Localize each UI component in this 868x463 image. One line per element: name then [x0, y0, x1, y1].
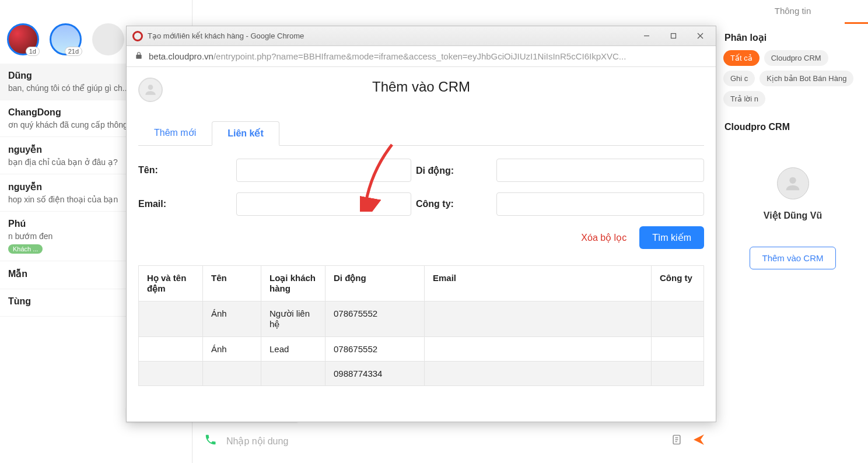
label-mobile: Di động:: [416, 165, 492, 176]
input-company[interactable]: [496, 192, 704, 216]
table-row[interactable]: Ánh Người liên hệ 078675552: [139, 301, 704, 337]
tag-item[interactable]: Trả lời n: [723, 91, 765, 107]
filter-form: Tên: Di động: Email: Công ty:: [138, 159, 704, 216]
app-icon: [132, 31, 143, 41]
story-badge: 1d: [26, 47, 40, 56]
label-name: Tên:: [138, 165, 232, 176]
tag-list: Tất cả Cloudpro CRM Ghi c Kịch bản Bot B…: [722, 50, 863, 107]
message-input[interactable]: Nhập nội dung: [226, 431, 662, 451]
add-to-crm-button[interactable]: Thêm vào CRM: [750, 247, 835, 269]
col-company: Công ty: [652, 266, 704, 301]
story-2[interactable]: 21d: [50, 23, 82, 55]
avatar-icon: [777, 167, 809, 199]
profile-block: Việt Dũng Vũ Thêm vào CRM: [722, 167, 863, 269]
clear-filter-link[interactable]: Xóa bộ lọc: [581, 232, 626, 243]
input-email[interactable]: [236, 192, 411, 216]
svg-point-9: [148, 85, 153, 90]
col-firstname: Tên: [203, 266, 261, 301]
story-badge: 21d: [65, 47, 82, 56]
tag-item[interactable]: Cloudpro CRM: [764, 50, 828, 66]
tab-new[interactable]: Thêm mới: [138, 121, 212, 145]
tab-bar: Thêm mới Liên kết: [138, 121, 704, 146]
table-header-row: Họ và tên đệm Tên Loại khách hàng Di độn…: [139, 266, 704, 301]
tab-link[interactable]: Liên kết: [212, 121, 279, 146]
address-bar[interactable]: beta.cloudpro.vn/entrypoint.php?name=BBH…: [127, 46, 716, 67]
window-title: Tạo mới/liên kết khách hàng - Google Chr…: [148, 31, 633, 40]
composer: Nhập nội dung: [204, 431, 706, 451]
col-type: Loại khách hàng: [261, 266, 326, 301]
tag-item[interactable]: Kịch bản Bot Bán Hàng: [760, 71, 853, 86]
contact-avatar-icon: [138, 78, 163, 102]
lock-icon: [135, 51, 143, 61]
svg-rect-6: [671, 34, 676, 38]
profile-name: Việt Dũng Vũ: [722, 210, 863, 221]
label-company: Công ty:: [416, 199, 492, 209]
svg-point-4: [789, 177, 796, 183]
popup-body: Thêm vào CRM Thêm mới Liên kết Tên: Di đ…: [127, 67, 716, 422]
col-email: Email: [425, 266, 652, 301]
input-name[interactable]: [236, 159, 411, 182]
story-1[interactable]: 1d: [7, 23, 39, 55]
label-email: Email:: [138, 199, 232, 209]
section-title: Cloudpro CRM: [724, 122, 861, 132]
story-3[interactable]: [92, 23, 124, 55]
document-icon[interactable]: [671, 434, 682, 448]
tag-item[interactable]: Ghi c: [723, 71, 755, 86]
send-icon[interactable]: [692, 433, 706, 450]
table-row[interactable]: 0988774334: [139, 362, 704, 386]
table-row[interactable]: Ánh Lead 078675552: [139, 337, 704, 362]
input-mobile[interactable]: [496, 159, 704, 182]
phone-icon[interactable]: [204, 433, 217, 450]
section-title: Phân loại: [724, 32, 861, 43]
close-button[interactable]: [687, 28, 713, 44]
tab-indicator: [845, 22, 868, 24]
tag-all[interactable]: Tất cả: [723, 50, 760, 66]
maximize-button[interactable]: [660, 28, 687, 44]
info-tab[interactable]: Thông tin: [722, 0, 863, 24]
popup-window: Tạo mới/liên kết khách hàng - Google Chr…: [126, 26, 716, 422]
search-button[interactable]: Tìm kiếm: [639, 226, 704, 249]
chat-tag: Khách ...: [8, 244, 43, 254]
col-lastname: Họ và tên đệm: [139, 266, 203, 301]
url-text: beta.cloudpro.vn/entrypoint.php?name=BBH…: [149, 51, 626, 61]
popup-heading: Thêm vào CRM: [138, 79, 704, 95]
results-table: Họ và tên đệm Tên Loại khách hàng Di độn…: [138, 265, 704, 386]
info-sidebar: Thông tin Phân loại Tất cả Cloudpro CRM …: [718, 0, 868, 463]
window-titlebar[interactable]: Tạo mới/liên kết khách hàng - Google Chr…: [127, 26, 716, 46]
minimize-button[interactable]: [633, 28, 660, 44]
col-mobile: Di động: [326, 266, 425, 301]
form-actions: Xóa bộ lọc Tìm kiếm: [138, 226, 704, 249]
